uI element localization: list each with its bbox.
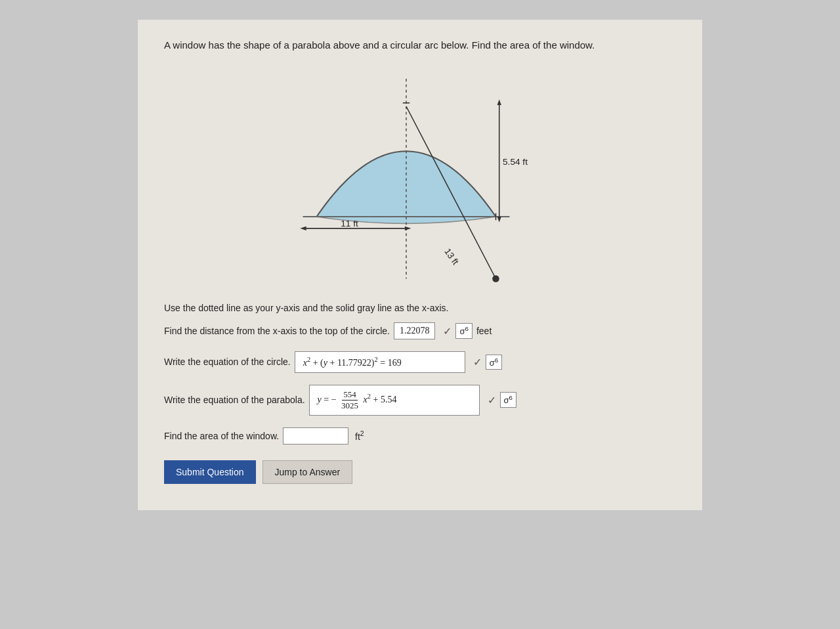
q1-unit: feet [476, 326, 492, 336]
q4-input[interactable] [283, 427, 348, 445]
q2-answer-box: x2 + (y + 11.77922)2 = 169 [295, 351, 465, 373]
q4-row: Find the area of the window. ft2 [164, 427, 676, 445]
problem-description: A window has the shape of a parabola abo… [164, 39, 676, 51]
main-card: A window has the shape of a parabola abo… [138, 20, 702, 510]
q4-unit: ft2 [352, 429, 364, 442]
svg-marker-7 [497, 100, 501, 105]
svg-marker-3 [300, 227, 306, 230]
diagram-area: 11 ft 5.54 ft 13 ft [164, 64, 676, 287]
q1-check: ✓ [443, 325, 452, 337]
width-label: 11 ft [341, 219, 358, 228]
buttons-row: Submit Question Jump to Answer [164, 460, 676, 484]
diagram-svg: 11 ft 5.54 ft 13 ft [282, 64, 558, 287]
q3-sigma-button[interactable]: σ6 [500, 392, 516, 407]
svg-marker-6 [497, 217, 501, 222]
svg-point-9 [492, 275, 499, 282]
height-label: 5.54 ft [503, 157, 528, 167]
q3-answer-box: y = − 554 3025 x2 + 5.54 [309, 385, 480, 416]
q1-sigma-button[interactable]: σ6 [455, 323, 472, 338]
q2-sigma-button[interactable]: σ6 [486, 355, 502, 370]
q3-label: Write the equation of the parabola. [164, 395, 305, 405]
jump-to-answer-button[interactable]: Jump to Answer [262, 460, 353, 484]
q1-answer-box: 1.22078 [394, 322, 436, 339]
svg-marker-4 [405, 227, 411, 230]
submit-button[interactable]: Submit Question [164, 460, 256, 484]
diagonal-label: 13 ft [442, 247, 461, 267]
q1-label: Find the distance from the x-axis to the… [164, 326, 390, 336]
q1-row: Find the distance from the x-axis to the… [164, 322, 676, 339]
q4-label: Find the area of the window. [164, 431, 279, 441]
q2-label: Write the equation of the circle. [164, 357, 291, 367]
q2-row: Write the equation of the circle. x2 + (… [164, 351, 676, 373]
q3-row: Write the equation of the parabola. y = … [164, 385, 676, 416]
q2-check: ✓ [473, 356, 482, 368]
instruction-text: Use the dotted line as your y-axis and t… [164, 303, 676, 313]
q3-check: ✓ [488, 394, 496, 406]
